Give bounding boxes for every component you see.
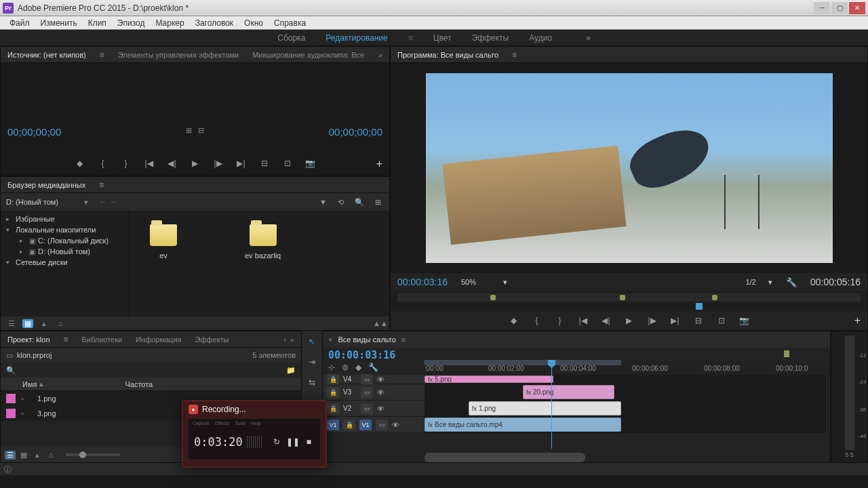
clip[interactable]: fx5.png	[425, 375, 553, 383]
libraries-tab[interactable]: Библиотеки	[79, 334, 125, 345]
list-view-icon[interactable]: ☰	[5, 451, 16, 460]
workspace-audio[interactable]: Аудио	[529, 33, 552, 43]
list-view-icon[interactable]: ☰	[6, 319, 17, 328]
minimize-button[interactable]: ─	[814, 2, 830, 14]
tree-local-drives[interactable]: ▾Локальные накопители	[3, 224, 126, 235]
info-icon[interactable]: ⓘ	[4, 464, 12, 474]
track-target-v1[interactable]: V1	[359, 420, 372, 430]
timeline-menu-icon[interactable]: ≡	[401, 336, 406, 344]
mark-in-button[interactable]: ◆	[73, 157, 87, 170]
track-lock-icon[interactable]: 🔒	[327, 374, 339, 385]
tree-drive-c[interactable]: ▸▣C: (Локальный диск)	[3, 235, 126, 246]
goto-out-button[interactable]: ▶|	[235, 157, 248, 170]
search-icon[interactable]: 🔍	[352, 198, 367, 207]
workspace-assembly[interactable]: Сборка	[277, 33, 305, 43]
play-button[interactable]: ▶	[623, 314, 636, 327]
mark-in-icon[interactable]: {	[96, 157, 110, 170]
track-visibility-icon[interactable]: 👁	[377, 405, 384, 413]
step-back-button[interactable]: ◀|	[165, 157, 179, 170]
folder-ev[interactable]: ev	[136, 218, 191, 310]
close-button[interactable]: ✕	[849, 2, 865, 14]
program-tab[interactable]: Программа: Все виды сальто	[395, 49, 501, 60]
tree-favorites[interactable]: ▸Избранные	[3, 214, 126, 224]
program-monitor[interactable]	[426, 73, 833, 263]
add-marker-icon[interactable]: ◆	[355, 363, 361, 372]
mark-out-icon[interactable]: }	[119, 157, 133, 170]
track-toggle-icon[interactable]: ▭	[361, 374, 373, 385]
program-scrubber[interactable]	[391, 291, 867, 311]
zoom-select[interactable]: 50% ▾	[461, 278, 507, 287]
close-sequence-icon[interactable]: ×	[328, 336, 332, 344]
track-visibility-icon[interactable]: 👁	[377, 388, 384, 396]
search-icon[interactable]: 🔍	[6, 366, 16, 375]
info-tab[interactable]: Информация	[133, 334, 184, 345]
workspace-overflow-icon[interactable]: »	[586, 33, 591, 43]
linked-selection-icon[interactable]: ⊚	[342, 363, 349, 372]
track-visibility-icon[interactable]: 👁	[392, 421, 399, 429]
snap-icon[interactable]: ⊹	[328, 363, 335, 372]
track-lock-icon[interactable]: 🔒	[327, 387, 339, 398]
column-framerate[interactable]: Частота	[125, 380, 153, 388]
step-forward-button[interactable]: |▶	[646, 314, 659, 327]
program-button-editor-icon[interactable]: +	[854, 314, 861, 327]
source-tab-audio-mixer[interactable]: Микширование аудиоклипа: Все	[250, 49, 367, 60]
nav-forward-icon[interactable]: →	[109, 198, 117, 206]
new-bin-icon[interactable]: 📁	[286, 366, 296, 375]
step-forward-button[interactable]: |▶	[212, 157, 225, 170]
home-icon[interactable]: ⌂	[55, 319, 66, 327]
column-name[interactable]: Имя	[6, 380, 37, 388]
recording-window[interactable]: ● Recording... CaptureEffectsToolsHelp 0…	[182, 400, 327, 468]
sort-up-icon[interactable]: ▴	[39, 319, 50, 328]
rec-stop-button[interactable]: ■	[303, 436, 315, 448]
source-tab-source[interactable]: Источник: (нет клипов)	[5, 49, 89, 60]
resolution-select[interactable]: 1/2 ▾	[745, 278, 772, 287]
icon-view-icon[interactable]: ▦	[18, 451, 29, 460]
timeline-scrollbar[interactable]	[425, 453, 826, 462]
source-patch-v1[interactable]: V1	[327, 420, 339, 430]
workspace-color[interactable]: Цвет	[433, 33, 452, 43]
media-browser-menu-icon[interactable]: ≡	[96, 179, 106, 191]
export-frame-button[interactable]: 📷	[304, 157, 317, 170]
menu-edit[interactable]: Изменить	[35, 18, 83, 28]
workspace-editing[interactable]: Редактирование	[326, 33, 387, 43]
project-menu-icon[interactable]: ≡	[61, 333, 71, 346]
track-toggle-icon[interactable]: ▭	[361, 403, 373, 414]
clip[interactable]: fxВсе виды сальто.mp4	[425, 418, 621, 432]
media-browser-tab[interactable]: Браузер медиаданных	[5, 180, 88, 190]
timeline-settings-icon[interactable]: 🔧	[368, 363, 378, 372]
track-visibility-icon[interactable]: 👁	[377, 375, 384, 384]
timeline-timecode[interactable]: 00:00:03:16	[328, 349, 395, 361]
zoom-slider[interactable]	[66, 453, 120, 456]
source-tab-effect-controls[interactable]: Элементы управления эффектами	[115, 49, 241, 60]
selection-tool[interactable]: ↖	[305, 335, 319, 348]
rec-pause-button[interactable]: ❚❚	[287, 436, 299, 448]
maximize-button[interactable]: ▢	[831, 2, 848, 14]
track-toggle-icon[interactable]: ▭	[376, 420, 388, 430]
insert-button[interactable]: ⊟	[258, 157, 271, 170]
extract-button[interactable]: ⊡	[715, 314, 728, 327]
refresh-icon[interactable]: ⟲	[335, 198, 347, 207]
project-tabs-overflow-icon[interactable]: › »	[281, 334, 297, 345]
settings-icon[interactable]: 🔧	[786, 277, 797, 287]
lift-button[interactable]: ⊟	[692, 314, 705, 327]
zoom-slider-icon[interactable]: ▲▲	[373, 319, 384, 327]
menu-clip[interactable]: Клип	[83, 18, 112, 28]
goto-in-button[interactable]: |◀	[576, 314, 590, 327]
folder-ev-bazarliq[interactable]: ev bazarliq	[231, 218, 294, 310]
source-timecode-out[interactable]: 00;00;00;00	[329, 126, 382, 138]
freeform-view-icon[interactable]: ▴	[32, 451, 43, 460]
source-panel-menu-icon[interactable]: ≡	[97, 49, 107, 61]
source-timecode-in[interactable]: 00;00;00;00	[7, 126, 61, 138]
overwrite-button[interactable]: ⊡	[281, 157, 294, 170]
nav-back-icon[interactable]: ←	[99, 198, 106, 206]
auto-size-icon[interactable]: ⌂	[45, 451, 56, 459]
program-menu-icon[interactable]: ≡	[509, 49, 519, 61]
goto-out-button[interactable]: ▶|	[669, 314, 682, 327]
add-marker-button[interactable]: ◆	[507, 314, 521, 327]
drive-dropdown-icon[interactable]: ▾	[84, 198, 88, 207]
thumb-view-icon[interactable]: ▦	[22, 319, 33, 328]
sequence-name[interactable]: Все виды сальто	[338, 336, 395, 344]
track-lock-icon[interactable]: 🔒	[343, 420, 355, 430]
play-button[interactable]: ▶	[189, 157, 202, 170]
tree-network[interactable]: ▾Сетевые диски	[3, 257, 126, 268]
